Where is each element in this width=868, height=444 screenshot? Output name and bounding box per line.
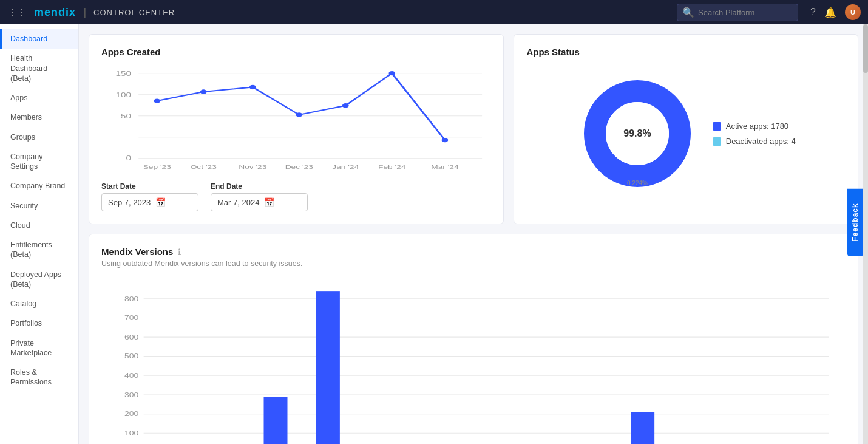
sidebar-item-cloud[interactable]: Cloud <box>0 216 78 235</box>
apps-created-card: Apps Created 150 100 50 0 <box>89 34 504 224</box>
notification-icon[interactable]: 🔔 <box>824 7 836 18</box>
sidebar-item-company-brand[interactable]: Company Brand <box>0 176 78 196</box>
svg-text:Oct '23: Oct '23 <box>191 163 217 170</box>
feedback-tab-container: Feedback <box>847 188 863 256</box>
svg-text:500: 500 <box>124 352 138 360</box>
bar-chart: 0 100 200 300 400 500 600 700 800 v9.x <box>101 278 846 444</box>
start-date-input[interactable]: Sep 7, 2023 📅 <box>101 193 198 211</box>
deactivated-dot <box>713 137 721 146</box>
svg-text:50: 50 <box>121 112 131 120</box>
active-dot <box>713 122 721 131</box>
charts-row: Apps Created 150 100 50 0 <box>79 24 868 224</box>
apps-created-title: Apps Created <box>101 47 491 57</box>
svg-text:300: 300 <box>124 391 138 398</box>
sidebar-item-apps[interactable]: Apps <box>0 88 78 108</box>
start-date-label: Start Date <box>101 182 198 191</box>
svg-rect-50 <box>263 397 287 444</box>
versions-subtitle: Using outdated Mendix versions can lead … <box>101 259 846 268</box>
scrollbar-thumb[interactable] <box>863 24 868 73</box>
svg-text:200: 200 <box>124 410 138 417</box>
sidebar-item-security[interactable]: Security <box>0 196 78 216</box>
feedback-button[interactable]: Feedback <box>847 188 863 256</box>
help-icon[interactable]: ? <box>810 7 816 18</box>
logo-divider: | <box>83 6 86 19</box>
svg-text:700: 700 <box>124 314 138 321</box>
svg-text:100: 100 <box>124 430 138 437</box>
logo-text: mendix <box>34 6 76 19</box>
date-row: Start Date Sep 7, 2023 📅 End Date Mar 7,… <box>101 182 491 211</box>
search-icon: 🔍 <box>682 7 694 18</box>
start-date-group: Start Date Sep 7, 2023 📅 <box>101 182 198 211</box>
legend-active: Active apps: 1780 <box>713 121 796 131</box>
svg-rect-64 <box>631 412 654 444</box>
sidebar-item-dashboard[interactable]: Dashboard <box>0 29 78 49</box>
donut-legend: Active apps: 1780 Deactivated apps: 4 <box>713 121 796 146</box>
svg-point-16 <box>154 98 160 103</box>
end-date-value: Mar 7, 2024 <box>217 198 259 207</box>
svg-point-17 <box>200 89 207 94</box>
end-date-group: End Date Mar 7, 2024 📅 <box>211 182 308 211</box>
svg-text:Feb '24: Feb '24 <box>378 163 406 170</box>
svg-point-21 <box>388 71 395 75</box>
main-content: Apps Created 150 100 50 0 <box>79 24 868 444</box>
line-chart: 150 100 50 0 Sep '23 Oct '23 Nov '23 Dec… <box>101 67 491 170</box>
svg-text:150: 150 <box>115 70 131 77</box>
svg-rect-52 <box>316 291 340 444</box>
sidebar-item-deployed-apps-beta[interactable]: Deployed Apps (Beta) <box>0 265 78 295</box>
sidebar-item-health-dashboard-beta[interactable]: Health Dashboard (Beta) <box>0 49 78 88</box>
end-date-input[interactable]: Mar 7, 2024 📅 <box>211 193 308 211</box>
sidebar-item-members[interactable]: Members <box>0 108 78 127</box>
search-input[interactable] <box>698 8 793 17</box>
svg-point-18 <box>249 85 256 89</box>
sidebar-item-roles--permissions[interactable]: Roles & Permissions <box>0 363 78 392</box>
legend-deactivated: Deactivated apps: 4 <box>713 137 796 146</box>
sidebar-item-entitlements-beta[interactable]: Entitlements (Beta) <box>0 235 78 265</box>
svg-text:600: 600 <box>124 333 138 341</box>
svg-text:Mar '24: Mar '24 <box>431 163 459 170</box>
sidebar-item-catalog[interactable]: Catalog <box>0 294 78 313</box>
calendar-icon-start: 📅 <box>155 197 166 207</box>
svg-text:Dec '23: Dec '23 <box>285 163 314 170</box>
sidebar-item-company-settings[interactable]: Company Settings <box>0 147 78 177</box>
search-box[interactable]: 🔍 <box>677 4 798 21</box>
svg-text:400: 400 <box>124 372 138 379</box>
donut-chart-wrap: 99.8% 0.224% Active apps: 1780 Deactivat… <box>526 67 846 200</box>
apps-status-card: Apps Status 99.8% 0.224% <box>514 34 858 224</box>
apps-status-title: Apps Status <box>526 47 846 57</box>
svg-text:0: 0 <box>126 154 131 162</box>
sidebar-item-groups[interactable]: Groups <box>0 128 78 147</box>
svg-text:Jan '24: Jan '24 <box>332 163 359 170</box>
avatar[interactable]: U <box>845 4 861 20</box>
active-label: Active apps: 1780 <box>726 121 788 131</box>
info-icon[interactable]: ℹ <box>178 247 181 257</box>
app-name: CONTROL CENTER <box>93 8 175 17</box>
deactivated-label: Deactivated apps: 4 <box>726 137 796 146</box>
bar-chart-svg: 0 100 200 300 400 500 600 700 800 v9.x <box>101 278 846 444</box>
calendar-icon-end: 📅 <box>264 197 274 207</box>
end-date-label: End Date <box>211 182 308 191</box>
sidebar-item-portfolios[interactable]: Portfolios <box>0 313 78 333</box>
feedback-label: Feedback <box>851 203 860 241</box>
sidebar: DashboardHealth Dashboard (Beta)AppsMemb… <box>0 24 79 444</box>
start-date-value: Sep 7, 2023 <box>108 198 151 207</box>
svg-point-22 <box>442 138 449 142</box>
mendix-versions-card: Mendix Versions ℹ Using outdated Mendix … <box>89 234 858 444</box>
svg-text:Sep '23: Sep '23 <box>143 163 172 170</box>
page-scrollbar[interactable] <box>863 24 868 444</box>
top-navigation: ⋮⋮ mendix | CONTROL CENTER 🔍 ? 🔔 U <box>0 0 868 24</box>
svg-point-20 <box>342 103 349 108</box>
svg-point-19 <box>296 112 302 117</box>
versions-title: Mendix Versions <box>101 247 173 257</box>
sidebar-item-private-marketplace[interactable]: Private Marketplace <box>0 333 78 363</box>
svg-text:99.8%: 99.8% <box>623 128 651 138</box>
nav-icons: ? 🔔 U <box>810 4 861 20</box>
line-chart-svg: 150 100 50 0 Sep '23 Oct '23 Nov '23 Dec… <box>101 67 491 170</box>
svg-text:0.224%: 0.224% <box>627 180 648 186</box>
donut-chart-svg: 99.8% 0.224% <box>577 73 698 194</box>
grid-icon[interactable]: ⋮⋮ <box>7 7 27 18</box>
svg-text:800: 800 <box>124 295 138 302</box>
logo: mendix | CONTROL CENTER <box>34 6 175 19</box>
svg-text:100: 100 <box>115 91 131 98</box>
versions-header: Mendix Versions ℹ <box>101 247 846 257</box>
svg-text:Nov '23: Nov '23 <box>239 163 267 170</box>
